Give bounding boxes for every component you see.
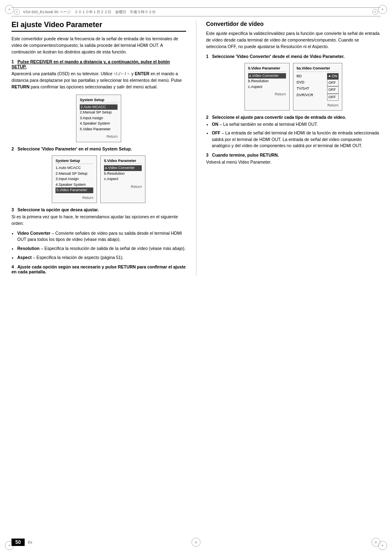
osd2-left-item-5: 5.Video Parameter — [55, 187, 93, 193]
label-dvd: DVD — [297, 79, 314, 86]
label-dvrvcr: DVR/VCR — [297, 92, 314, 98]
osd1-screen: System Setup 2.Auto MCACC 2.Manual SP Se… — [76, 95, 121, 142]
value-tvsat: OFF — [327, 86, 338, 93]
right-osd-right-screen: 5a.Video Converter BD DVD TV/SAT DVR/VCR… — [293, 63, 342, 111]
osd2-left-title: System Setup — [55, 158, 93, 164]
osd1-container: System Setup 2.Auto MCACC 2.Manual SP Se… — [12, 95, 186, 142]
left-step3-heading: 3 Seleccione la opción que desea ajustar… — [12, 207, 186, 212]
right-bullet-off-bold: OFF — [212, 130, 221, 135]
right-osd-left-item-3: c.Aspect — [248, 84, 286, 90]
corner-decoration-tl: ✦ — [5, 5, 14, 14]
header-compass-icon-right: ⊕ — [372, 9, 378, 15]
page-content: El ajuste Video Parameter Este convertid… — [12, 21, 380, 276]
right-section-title: Convertidor de vídeo — [206, 21, 381, 27]
left-step3-body: Si es la primera vez que lo hace, le rec… — [12, 214, 186, 227]
right-osd-right-return: Return — [297, 102, 339, 108]
right-step3-body: Volverá al menú Video Parameter. — [206, 159, 381, 166]
osd2-left-item-2: 2.Manual SP Setup — [55, 171, 93, 177]
column-divider — [196, 21, 196, 276]
header-compass-icon: ⊕ — [14, 9, 20, 15]
right-osd-left-title: 5.Video Parameter — [248, 65, 286, 72]
label-tvsat: TV/SAT — [297, 86, 314, 92]
right-bullet-off-text: – La entrada de señal del terminal de HD… — [212, 130, 379, 148]
osd1-item-1: 2.Auto MCACC — [80, 104, 118, 110]
label-bd: BD — [297, 73, 314, 79]
osd1-item-4: 4.Speaker System — [80, 121, 118, 127]
osd2-left-item-1: 1.Auto MCACC — [55, 165, 93, 171]
right-bullet-off: OFF – La entrada de señal del terminal d… — [212, 130, 381, 149]
right-osd-values: BD DVD TV/SAT DVR/VCR ● ON OFF OFF OFF — [297, 73, 339, 101]
right-bullet-list: ON – La señal también se emite al termin… — [212, 121, 381, 149]
left-bullet-list: Video Converter – Convierte señales de v… — [17, 230, 186, 261]
right-osd-left-item-1: a.Video Converter — [248, 73, 286, 79]
osd1-return: Return — [80, 134, 118, 139]
osd2-right-screen: 5.Video Parameter a.Video Converter b.Re… — [100, 155, 145, 203]
right-bullet-on-bold: ON — [212, 122, 219, 127]
footer: 50 Es ⊕ ⊕ — [12, 538, 380, 547]
osd2-left-item-4: 4.Speaker System — [55, 182, 93, 188]
osd2-right-title: 5.Video Parameter — [104, 158, 142, 164]
bullet-item-1: Video Converter – Convierte señales de v… — [17, 230, 186, 243]
page-number: 50 — [12, 539, 25, 546]
right-intro: Este ajuste especifica la validez/invali… — [206, 30, 381, 50]
left-step4-heading: 4 Ajuste cada opción según sea necesario… — [12, 264, 186, 274]
right-step3-heading: 3 Cuando termine, pulse RETURN. — [206, 153, 381, 157]
value-dvd: OFF — [327, 79, 338, 86]
value-bd: ● ON — [327, 73, 338, 79]
osd2-right-item-1: a.Video Converter — [104, 165, 142, 171]
left-section-title: El ajuste Video Parameter — [12, 21, 186, 32]
left-step2-heading: 2 Seleccione 'Video Parameter' en el men… — [12, 146, 186, 151]
bullet-1-bold: Video Converter — [17, 231, 51, 236]
right-osd-right-title: 5a.Video Converter — [297, 65, 339, 72]
bullet-item-3: Aspect – Especifica la relación de aspec… — [17, 254, 186, 261]
footer-lang: Es — [28, 540, 32, 544]
left-step1-body: Aparecerá una pantalla (OSD) en su telev… — [12, 71, 186, 90]
osd2-right-item-2: b.Resolution — [104, 171, 142, 177]
osd2-left-return: Return — [55, 195, 93, 201]
osd1-title: System Setup — [80, 97, 118, 103]
osd1-item-5: 5.Video Parameter — [80, 127, 118, 132]
footer-right-compass: ⊕ — [371, 538, 380, 547]
osd2-container: System Setup 1.Auto MCACC 2.Manual SP Se… — [12, 155, 186, 203]
footer-center-compass: ⊕ — [191, 538, 201, 547]
corner-decoration-tr: ✦ — [378, 5, 387, 14]
bullet-3-bold: Aspect — [17, 255, 32, 260]
right-osd-left-item-2: b.Resolution — [248, 79, 286, 84]
left-column: El ajuste Video Parameter Este convertid… — [12, 21, 186, 276]
bullet-2-bold: Resolution — [17, 246, 39, 251]
right-step1-heading: 1 Seleccione 'Video Converter' desde el … — [206, 54, 381, 59]
right-bullet-on-text: – La señal también se emite al terminal … — [219, 122, 318, 127]
header-bar: ⊕ VSX-920_Es.book 50 ページ ２０１０年１月２２日 金曜日 … — [12, 7, 380, 16]
left-intro: Este convertidor puede elevar la frecuen… — [12, 36, 186, 55]
right-column: Convertidor de vídeo Este ajuste especif… — [206, 21, 381, 276]
bullet-2-text: – Especifica la resolución de salida de … — [41, 246, 186, 251]
bullet-item-2: Resolution – Especifica la resolución de… — [17, 245, 186, 252]
right-bullet-on: ON – La señal también se emite al termin… — [212, 121, 381, 128]
osd1-item-3: 3.Input Assign — [80, 116, 118, 121]
right-osd-left-screen: 5.Video Parameter a.Video Converter b.Re… — [244, 63, 290, 111]
left-step1-heading: 1 Pulse RECEIVER en el mando a distancia… — [12, 59, 186, 69]
header-text: VSX-920_Es.book 50 ページ ２０１０年１月２２日 金曜日 午後… — [23, 9, 156, 15]
bullet-3-text: – Especifica la relación de aspecto (pág… — [33, 255, 124, 260]
osd1-item-2: 2.Manual SP Setup — [80, 110, 118, 116]
osd2-right-item-3: c.Aspect — [104, 176, 142, 182]
right-osd-container: 5.Video Parameter a.Video Converter b.Re… — [206, 63, 381, 111]
right-osd-labels: BD DVD TV/SAT DVR/VCR — [297, 73, 314, 101]
right-step2-heading: 2 Seleccione el ajuste para convertir ca… — [206, 115, 381, 120]
osd2-right-return: Return — [104, 184, 142, 190]
osd2-left-item-3: 3.Input Assign — [55, 176, 93, 182]
value-dvrvcr: OFF — [327, 94, 338, 101]
right-osd-values-col: ● ON OFF OFF OFF — [327, 73, 338, 101]
right-osd-left-return: Return — [248, 91, 286, 97]
osd2-left-screen: System Setup 1.Auto MCACC 2.Manual SP Se… — [52, 155, 97, 203]
